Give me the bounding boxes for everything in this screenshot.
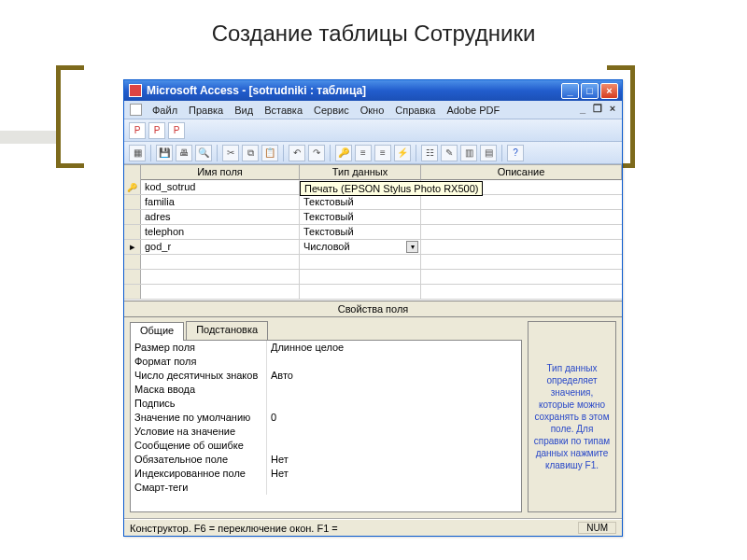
- type-dropdown-icon[interactable]: ▾: [406, 241, 418, 253]
- prop-value[interactable]: Авто: [266, 369, 521, 383]
- col-header-type[interactable]: Тип данных: [300, 165, 421, 180]
- toolbar-pdf: P P P: [124, 119, 622, 142]
- table-row[interactable]: [124, 285, 622, 300]
- copy-icon[interactable]: ⧉: [242, 145, 259, 161]
- pdf-icon-2[interactable]: P: [148, 122, 165, 139]
- redo-icon[interactable]: ↷: [308, 145, 325, 161]
- field-name-cell[interactable]: telephon: [141, 225, 300, 239]
- prop-value[interactable]: [266, 439, 521, 453]
- status-text: Конструктор. F6 = переключение окон. F1 …: [130, 523, 338, 534]
- field-name-cell[interactable]: familia: [141, 195, 300, 209]
- builder-icon[interactable]: ✎: [441, 145, 458, 161]
- prop-label: Сообщение об ошибке: [131, 439, 266, 453]
- field-desc-cell[interactable]: [421, 210, 622, 224]
- field-type-cell[interactable]: Текстовый: [300, 195, 421, 209]
- decor-stripe: [0, 131, 56, 144]
- decor-bracket-left: [56, 65, 84, 168]
- hint-panel: Тип данных определяет значения, которые …: [528, 321, 616, 512]
- field-name-cell[interactable]: kod_sotrud: [141, 180, 300, 194]
- save-icon[interactable]: 💾: [156, 145, 173, 161]
- prop-label: Подпись: [131, 397, 266, 411]
- col-header-desc[interactable]: Описание: [421, 165, 622, 180]
- pdf-icon-3[interactable]: P: [168, 122, 185, 139]
- prop-label: Условие на значение: [131, 425, 266, 439]
- current-row-indicator-icon: ▸: [130, 241, 135, 253]
- menu-tools[interactable]: Сервис: [309, 103, 354, 118]
- table-row[interactable]: familia Текстовый: [124, 195, 622, 210]
- preview-icon[interactable]: 🔍: [195, 145, 212, 161]
- prop-label: Размер поля: [131, 341, 266, 355]
- pdf-icon-1[interactable]: P: [129, 122, 146, 139]
- maximize-button[interactable]: □: [581, 83, 599, 99]
- props-icon[interactable]: ☷: [421, 145, 438, 161]
- cut-icon[interactable]: ✂: [222, 145, 239, 161]
- tab-lookup[interactable]: Подстановка: [186, 321, 268, 340]
- rows-icon-1[interactable]: ≡: [355, 145, 372, 161]
- menu-view[interactable]: Вид: [230, 103, 258, 118]
- doc-min-icon[interactable]: _: [577, 103, 588, 114]
- window-title: Microsoft Access - [sotrudniki : таблица…: [147, 84, 366, 97]
- prop-value[interactable]: [266, 383, 521, 397]
- statusbar: Конструктор. F6 = переключение окон. F1 …: [124, 519, 622, 536]
- tab-general[interactable]: Общие: [130, 322, 184, 341]
- db-window-icon[interactable]: ▥: [460, 145, 477, 161]
- field-name-cell[interactable]: god_r: [141, 240, 300, 254]
- prop-label: Формат поля: [131, 355, 266, 369]
- prop-value[interactable]: [266, 355, 521, 369]
- properties-grid: Размер поляДлинное целое Формат поля Чис…: [130, 340, 522, 512]
- prop-value[interactable]: [266, 397, 521, 411]
- field-type-cell[interactable]: Текстовый: [300, 225, 421, 239]
- table-row[interactable]: [124, 270, 622, 285]
- col-header-name[interactable]: Имя поля: [141, 165, 300, 180]
- grid-header: Имя поля Тип данных Описание: [124, 165, 622, 180]
- prop-value[interactable]: Нет: [266, 467, 521, 481]
- prop-value[interactable]: Длинное целое: [266, 341, 521, 355]
- new-object-icon[interactable]: ▤: [480, 145, 497, 161]
- field-desc-cell[interactable]: [421, 240, 622, 254]
- field-type-cell[interactable]: Числовой ▾: [300, 240, 421, 254]
- menu-file[interactable]: Файл: [148, 103, 182, 118]
- menubar: Файл Правка Вид Вставка Сервис Окно Спра…: [124, 101, 622, 119]
- minimize-button[interactable]: _: [561, 83, 579, 99]
- prop-label: Маска ввода: [131, 383, 266, 397]
- prop-value[interactable]: [266, 425, 521, 439]
- doc-close-icon[interactable]: ×: [607, 103, 618, 114]
- key-icon[interactable]: 🔑: [335, 145, 352, 161]
- document-icon: [130, 104, 142, 116]
- index-icon[interactable]: ⚡: [394, 145, 411, 161]
- prop-value[interactable]: 0: [266, 411, 521, 425]
- close-button[interactable]: ×: [600, 83, 618, 99]
- table-row[interactable]: [124, 255, 622, 270]
- prop-value[interactable]: [266, 481, 521, 495]
- menu-insert[interactable]: Вставка: [260, 103, 307, 118]
- prop-label: Обязательное поле: [131, 453, 266, 467]
- table-row[interactable]: ▸ god_r Числовой ▾: [124, 240, 622, 255]
- prop-label: Значение по умолчанию: [131, 411, 266, 425]
- field-name-cell[interactable]: adres: [141, 210, 300, 224]
- print-tooltip: Печать (EPSON Stylus Photo RX500): [300, 181, 483, 196]
- menu-edit[interactable]: Правка: [184, 103, 228, 118]
- doc-restore-icon[interactable]: ❐: [592, 103, 603, 114]
- menu-help[interactable]: Справка: [390, 103, 440, 118]
- prop-value[interactable]: Нет: [266, 453, 521, 467]
- field-type-cell[interactable]: Текстовый: [300, 210, 421, 224]
- table-row[interactable]: adres Текстовый: [124, 210, 622, 225]
- table-row[interactable]: telephon Текстовый: [124, 225, 622, 240]
- paste-icon[interactable]: 📋: [261, 145, 278, 161]
- undo-icon[interactable]: ↶: [289, 145, 305, 161]
- rows-icon-2[interactable]: ≡: [374, 145, 391, 161]
- slide-title: Создание таблицы Сотрудники: [0, 21, 747, 47]
- access-app-icon: [129, 84, 142, 97]
- help-icon[interactable]: ?: [507, 145, 524, 161]
- menu-adobe[interactable]: Adobe PDF: [442, 103, 504, 118]
- prop-label: Индексированное поле: [131, 467, 266, 481]
- titlebar[interactable]: Microsoft Access - [sotrudniki : таблица…: [124, 80, 622, 101]
- field-grid: Имя поля Тип данных Описание Печать (EPS…: [124, 164, 622, 301]
- status-num: NUM: [578, 522, 616, 534]
- view-icon[interactable]: ▦: [129, 145, 146, 161]
- access-window: Microsoft Access - [sotrudniki : таблица…: [123, 79, 623, 537]
- field-desc-cell[interactable]: [421, 225, 622, 239]
- print-icon[interactable]: 🖶: [176, 145, 192, 161]
- menu-window[interactable]: Окно: [356, 103, 389, 118]
- field-desc-cell[interactable]: [421, 195, 622, 209]
